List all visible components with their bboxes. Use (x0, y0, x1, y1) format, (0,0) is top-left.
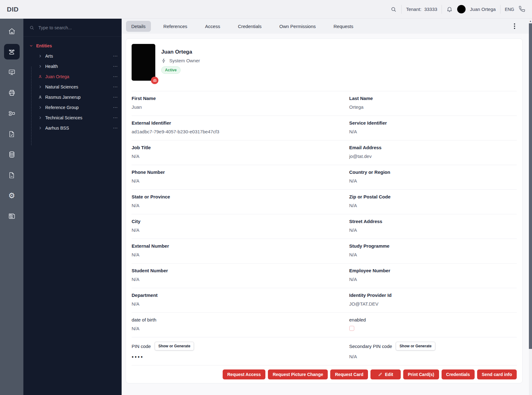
search-icon[interactable] (390, 6, 397, 13)
show-or-generate-secondary-pin-button[interactable]: Show or Generate (396, 342, 435, 350)
profile-header: Juan Ortega System Owner Active (132, 44, 517, 91)
pin-masked-value: ●●●● (132, 355, 349, 359)
row-menu-icon[interactable]: ⋯ (113, 105, 118, 110)
field-row: Phone NumberN/A Country or RegionN/A (132, 165, 517, 189)
scrollbar[interactable]: ▲ (529, 19, 532, 395)
field-value: ad1adbc7-79e9-4057-b230-e0317be47cf3 (132, 129, 349, 134)
bell-icon[interactable] (446, 6, 453, 12)
tab-requests[interactable]: Requests (328, 21, 359, 32)
row-menu-icon[interactable]: ⋯ (113, 94, 118, 100)
sidebar-search[interactable] (23, 19, 122, 37)
credentials-button[interactable]: Credentials (442, 369, 475, 379)
divider (401, 5, 402, 14)
row-menu-icon[interactable]: ⋯ (113, 115, 118, 121)
print-cards-button[interactable]: Print Card(s) (403, 369, 439, 379)
app-logo: DID (0, 6, 19, 13)
show-or-generate-pin-button[interactable]: Show or Generate (155, 342, 194, 350)
row-menu-icon[interactable]: ⋯ (113, 64, 118, 69)
row-menu-icon[interactable]: ⋯ (113, 74, 118, 79)
user-avatar[interactable] (457, 5, 466, 13)
field-value: N/A (349, 277, 517, 282)
field-value: N/A (132, 301, 349, 307)
row-menu-icon[interactable]: ⋯ (113, 125, 118, 131)
tree-node-natural-sciences[interactable]: Natural Sciences ⋯ (23, 82, 122, 92)
camera-icon (153, 79, 157, 83)
request-access-button[interactable]: Request Access (223, 369, 266, 379)
secondary-pin-code-label: Secondary PIN code (349, 344, 392, 349)
divider (500, 5, 501, 14)
tab-references[interactable]: References (158, 21, 193, 32)
chevron-right-icon (38, 105, 42, 110)
language-selector[interactable]: ENG (505, 7, 514, 12)
topbar-user-name[interactable]: Juan Ortega (470, 7, 496, 12)
field-label: Employee Number (349, 268, 517, 273)
request-card-button[interactable]: Request Card (330, 369, 368, 379)
rail-news-icon[interactable] (4, 208, 20, 224)
field-value: N/A (132, 203, 349, 208)
sidebar-search-input[interactable] (38, 25, 116, 30)
tab-access[interactable]: Access (200, 21, 225, 32)
tenant-info: Tenant: 33333 (406, 7, 437, 12)
row-menu-icon[interactable]: ⋯ (113, 53, 118, 59)
field-row: DepartmentN/A Identity Provider IdJO@TAT… (132, 288, 517, 312)
tree-node-entities[interactable]: Entities (23, 40, 122, 51)
rail-printer-icon[interactable] (4, 85, 20, 101)
edit-button[interactable]: Edit (370, 369, 400, 379)
enabled-checkbox[interactable] (349, 326, 354, 331)
field-value: N/A (132, 252, 349, 257)
tree-node-label: Arts (45, 54, 53, 59)
rail-document-check-icon[interactable] (4, 126, 20, 142)
tree-node-arts[interactable]: Arts ⋯ (23, 51, 122, 61)
scrollbar-thumb[interactable] (529, 23, 532, 349)
rail-document-icon[interactable] (4, 167, 20, 183)
tab-credentials[interactable]: Credentials (233, 21, 267, 32)
field-label: Street Address (349, 219, 517, 224)
entity-tree: Entities Arts ⋯ Health ⋯ Juan Ortega ⋯ N… (23, 37, 122, 133)
tree-node-label: Aarhus BSS (45, 126, 69, 131)
phone-icon[interactable] (519, 6, 525, 12)
rail-database-icon[interactable] (4, 147, 20, 162)
more-options-kebab-icon[interactable] (513, 22, 516, 30)
field-value: N/A (349, 178, 517, 183)
rail-home-icon[interactable] (4, 23, 20, 39)
field-label: External Identifier (132, 120, 349, 126)
field-label: External Number (132, 243, 349, 249)
profile-name: Juan Ortega (161, 49, 200, 55)
profile-photo[interactable] (132, 44, 155, 81)
tree-node-aarhus-bss[interactable]: Aarhus BSS ⋯ (23, 123, 122, 133)
chevron-right-icon (38, 116, 42, 120)
person-icon (38, 95, 42, 99)
send-card-info-button[interactable]: Send card info (477, 369, 517, 379)
scrollbar-up-arrow[interactable]: ▲ (529, 19, 532, 23)
tree-node-label: Health (45, 64, 58, 69)
divider (442, 5, 442, 14)
tab-own-permissions[interactable]: Own Permissions (274, 21, 321, 32)
secondary-pin-value: N/A (349, 354, 517, 359)
button-label: Send card info (482, 372, 512, 377)
rail-settings-gear-icon[interactable]: ⚙ (4, 188, 20, 203)
tree-node-health[interactable]: Health ⋯ (23, 61, 122, 71)
tab-details[interactable]: Details (126, 21, 151, 32)
tree-node-technical-sciences[interactable]: Technical Sciences ⋯ (23, 112, 122, 123)
change-photo-button[interactable] (151, 77, 158, 84)
field-value: N/A (132, 178, 349, 183)
chevron-down-icon (29, 44, 33, 48)
field-value: N/A (132, 326, 349, 331)
field-value: N/A (349, 129, 517, 134)
tab-bar: Details References Access Credentials Ow… (122, 19, 529, 34)
field-label: Student Number (132, 268, 349, 273)
tree-node-juan-ortega[interactable]: Juan Ortega ⋯ (23, 71, 122, 82)
rail-presentation-icon[interactable] (4, 64, 20, 80)
tree-node-rasmus-jannerup[interactable]: Rasmus Jannerup ⋯ (23, 92, 122, 102)
chevron-right-icon (38, 64, 42, 69)
field-value: Juan (132, 104, 349, 110)
row-menu-icon[interactable]: ⋯ (113, 84, 118, 90)
field-value: Ortega (349, 104, 517, 110)
request-picture-change-button[interactable]: Request Picture Change (268, 369, 328, 379)
rail-cards-icon[interactable] (4, 106, 20, 121)
field-label: Zip or Postal Code (349, 194, 517, 199)
entity-sidebar: Entities Arts ⋯ Health ⋯ Juan Ortega ⋯ N… (23, 19, 122, 395)
field-value: N/A (349, 203, 517, 208)
tree-node-reference-group[interactable]: Reference Group ⋯ (23, 102, 122, 112)
rail-users-icon[interactable] (4, 44, 20, 59)
